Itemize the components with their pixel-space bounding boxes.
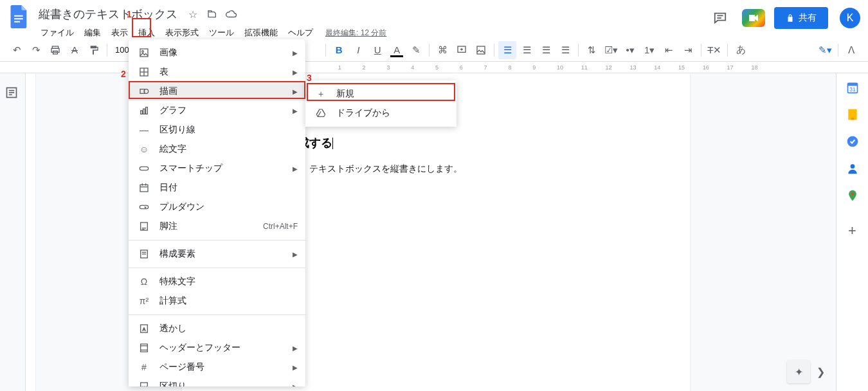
insert-menu-item[interactable]: スマートチップ▶ <box>129 159 305 178</box>
svg-rect-35 <box>140 185 148 192</box>
star-icon[interactable]: ☆ <box>186 8 199 21</box>
tasks-icon[interactable] <box>846 135 859 148</box>
insert-menu-item[interactable]: 描画▶ <box>129 82 305 101</box>
break-icon <box>138 381 150 386</box>
underline-icon[interactable]: U <box>368 41 386 59</box>
redo-icon[interactable]: ↷ <box>27 41 45 59</box>
menu-item-label: 日付 <box>159 182 298 194</box>
insert-menu-item[interactable]: —区切り線 <box>129 120 305 140</box>
insert-menu-item[interactable]: 脚注Ctrl+Alt+F <box>129 217 305 236</box>
side-panel-chevron-icon[interactable]: ❯ <box>817 366 829 378</box>
last-edit-link[interactable]: 最終編集: 12 分前 <box>325 28 386 39</box>
checklist-icon[interactable]: ☑▾ <box>602 41 620 59</box>
outline-toggle-icon[interactable] <box>5 86 21 102</box>
menu-item-label: ヘッダーとフッター <box>159 342 293 354</box>
calendar-icon[interactable]: 31 <box>846 81 859 94</box>
insert-comment-icon[interactable] <box>453 41 471 59</box>
drive-icon <box>314 108 327 118</box>
svg-point-25 <box>142 51 144 53</box>
image-icon <box>138 48 150 58</box>
share-button[interactable]: 共有 <box>774 7 828 29</box>
insert-menu-item[interactable]: ☺絵文字 <box>129 140 305 159</box>
submenu-arrow-icon: ▶ <box>293 345 298 352</box>
paint-format-icon[interactable] <box>85 41 103 59</box>
svg-point-22 <box>850 164 854 168</box>
insert-menu-item[interactable]: Ω特殊文字 <box>129 272 305 291</box>
hide-menus-icon[interactable]: ᐱ <box>842 41 860 59</box>
menu-item-label: 透かし <box>159 323 298 334</box>
maps-icon[interactable] <box>846 189 859 202</box>
align-left-icon[interactable]: ☰ <box>498 41 516 59</box>
comment-history-icon[interactable] <box>707 5 733 31</box>
insert-menu-item[interactable]: 区切り▶ <box>129 377 305 386</box>
insert-menu-item[interactable]: プルダウン <box>129 197 305 217</box>
meet-icon[interactable] <box>741 5 766 31</box>
drawing-submenu-item[interactable]: ドライブから <box>305 104 457 123</box>
watermark-icon: A <box>138 323 150 334</box>
insert-menu-item[interactable]: 表▶ <box>129 62 305 82</box>
document-title[interactable]: 縦書きのテキストボックス <box>36 5 180 23</box>
ruler-tick: 12 <box>606 64 612 71</box>
bulleted-list-icon[interactable]: •▾ <box>621 41 639 59</box>
menu-item-label: 構成要素 <box>159 248 293 260</box>
clear-format-icon[interactable]: T✕ <box>705 41 723 59</box>
align-justify-icon[interactable]: ☰ <box>556 41 574 59</box>
ruler-tick: 4 <box>411 64 414 71</box>
align-center-icon[interactable]: ☰ <box>518 41 536 59</box>
pagenum-icon: # <box>138 362 150 372</box>
annotation-2: 2 <box>121 69 126 79</box>
svg-rect-32 <box>143 109 145 114</box>
drawing-submenu-item[interactable]: +新規 <box>305 84 457 104</box>
menu-item-label: 描画 <box>159 86 293 97</box>
table-icon <box>138 67 150 77</box>
menu-item-label: 特殊文字 <box>159 276 298 287</box>
move-icon[interactable] <box>206 8 219 21</box>
submenu-arrow-icon: ▶ <box>293 69 298 76</box>
print-icon[interactable] <box>46 41 64 59</box>
line-spacing-icon[interactable]: ⇅ <box>583 41 601 59</box>
italic-icon[interactable]: I <box>349 41 367 59</box>
addons-plus-icon[interactable]: + <box>848 223 856 239</box>
svg-rect-48 <box>141 344 148 352</box>
editing-mode-icon[interactable]: ✎▾ <box>816 41 834 59</box>
insert-menu-item[interactable]: 構成要素▶ <box>129 244 305 264</box>
insert-menu-item[interactable]: ヘッダーとフッター▶ <box>129 338 305 358</box>
text-color-icon[interactable]: A <box>388 41 406 59</box>
docs-logo-icon[interactable] <box>8 5 31 28</box>
insert-menu-item[interactable]: 画像▶ <box>129 43 305 62</box>
dropdown-icon <box>138 202 150 212</box>
increase-indent-icon[interactable]: ⇥ <box>679 41 697 59</box>
insert-menu-item[interactable]: グラフ▶ <box>129 101 305 120</box>
submenu-arrow-icon: ▶ <box>293 383 298 387</box>
insert-menu-item[interactable]: 日付 <box>129 178 305 197</box>
spellcheck-icon[interactable]: A <box>66 41 84 59</box>
svg-rect-20 <box>851 118 854 120</box>
drawing-submenu: +新規ドライブから <box>305 80 457 127</box>
cloud-status-icon[interactable] <box>225 8 238 21</box>
vertical-ruler[interactable] <box>26 73 36 391</box>
svg-text:A: A <box>143 327 145 331</box>
undo-icon[interactable]: ↶ <box>8 41 26 59</box>
ime-icon[interactable]: あ <box>732 41 750 59</box>
highlight-icon[interactable]: ✎ <box>407 41 425 59</box>
header: 縦書きのテキストボックス ☆ ファイル 編集 表示 挿入 表示形式 ツール 拡張… <box>0 0 868 39</box>
insert-menu-item[interactable]: A透かし <box>129 319 305 338</box>
insert-menu-item[interactable]: π²計算式 <box>129 291 305 311</box>
avatar[interactable]: K <box>840 8 860 28</box>
insert-link-icon[interactable]: ⌘ <box>433 41 451 59</box>
ruler-tick: 14 <box>654 64 660 71</box>
align-right-icon[interactable]: ☰ <box>537 41 555 59</box>
svg-rect-6 <box>51 48 59 52</box>
bold-icon[interactable]: B <box>330 41 348 59</box>
contacts-icon[interactable] <box>846 162 859 175</box>
explore-icon[interactable]: ✦ <box>787 360 810 383</box>
menu-item-label: 脚注 <box>159 221 263 232</box>
hf-icon <box>138 343 150 353</box>
insert-menu-item[interactable]: #ページ番号▶ <box>129 358 305 377</box>
annotation-1: 1 <box>127 9 132 19</box>
insert-image-icon[interactable] <box>472 41 490 59</box>
decrease-indent-icon[interactable]: ⇤ <box>660 41 678 59</box>
keep-icon[interactable] <box>846 108 859 121</box>
numbered-list-icon[interactable]: 1▾ <box>640 41 658 59</box>
svg-rect-39 <box>140 205 148 208</box>
